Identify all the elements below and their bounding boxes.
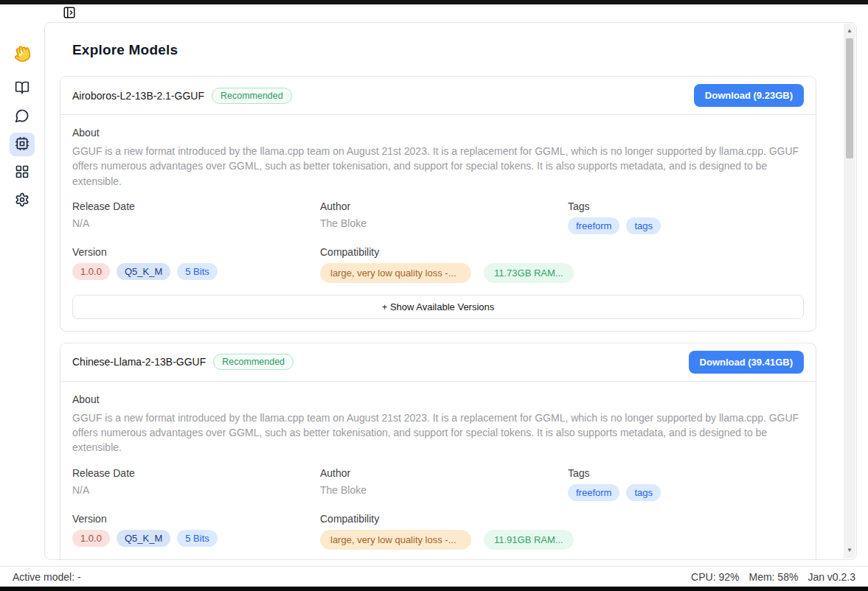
model-card-header: Airoboros-L2-13B-2.1-GGUF Recommended Do…	[60, 77, 816, 115]
quant-pill: Q5_K_M	[117, 263, 170, 280]
author-field: Author The Bloke	[320, 467, 568, 501]
active-model-status: Active model: -	[13, 571, 81, 583]
release-date-value: N/A	[72, 217, 320, 229]
version-row: Version 1.0.0 Q5_K_M 5 Bits Compatibilit…	[72, 246, 804, 283]
app-version: Jan v0.2.3	[808, 571, 855, 583]
about-label: About	[72, 127, 804, 139]
panel-scroll-area: Explore Models Airoboros-L2-13B-2.1-GGUF…	[45, 23, 856, 559]
explore-models-panel: Explore Models Airoboros-L2-13B-2.1-GGUF…	[44, 22, 857, 560]
version-label: Version	[72, 246, 320, 258]
author-field: Author The Bloke	[320, 200, 568, 234]
sidebar-item-settings[interactable]	[10, 189, 35, 212]
release-date-label: Release Date	[72, 467, 320, 479]
compatibility-label: Compatibility	[320, 246, 804, 258]
release-date-field: Release Date N/A	[72, 467, 320, 501]
compatibility-label: Compatibility	[320, 513, 804, 525]
wave-hand-icon	[13, 45, 31, 65]
author-value: The Bloke	[320, 484, 568, 496]
main-area: Explore Models Airoboros-L2-13B-2.1-GGUF…	[44, 4, 868, 566]
about-label: About	[72, 394, 804, 405]
status-bar: Active model: - CPU: 92% Mem: 58% Jan v0…	[0, 566, 868, 587]
topbar	[44, 4, 868, 22]
bits-pill: 5 Bits	[177, 530, 218, 547]
release-date-label: Release Date	[72, 200, 320, 212]
version-pill: 1.0.0	[72, 263, 110, 280]
scrollbar-thumb[interactable]	[846, 38, 853, 158]
author-value: The Bloke	[320, 217, 568, 229]
quality-pill: large, very low quality loss -...	[320, 530, 471, 550]
compatibility-field: Compatibility large, very low quality lo…	[320, 513, 804, 550]
chat-bubble-icon	[15, 108, 29, 125]
model-card: Airoboros-L2-13B-2.1-GGUF Recommended Do…	[60, 76, 816, 332]
bottom-taskbar-strip	[0, 587, 868, 591]
sidebar-item-apps[interactable]	[10, 161, 35, 184]
cpu-usage: CPU: 92%	[691, 571, 739, 583]
author-label: Author	[320, 200, 568, 212]
meta-row: Release Date N/A Author The Bloke Tags f…	[72, 200, 804, 234]
quality-pill: large, very low quality loss -...	[320, 263, 471, 283]
mem-usage: Mem: 58%	[749, 571, 798, 583]
panel-toggle-button[interactable]	[63, 6, 76, 21]
page-title: Explore Models	[72, 42, 816, 58]
release-date-value: N/A	[72, 484, 320, 496]
sidebar-item-chat[interactable]	[10, 105, 35, 128]
gear-icon	[15, 192, 29, 209]
compatibility-field: Compatibility large, very low quality lo…	[320, 246, 804, 283]
tags-label: Tags	[568, 200, 804, 212]
tag-pill: tags	[626, 217, 661, 234]
tags-field: Tags freeform tags	[568, 467, 804, 501]
bits-pill: 5 Bits	[177, 263, 218, 280]
tags-field: Tags freeform tags	[568, 200, 804, 234]
tag-pill: freeform	[568, 484, 619, 501]
model-name: Airoboros-L2-13B-2.1-GGUF	[72, 90, 204, 102]
scrollbar[interactable]: ▲ ▼	[844, 24, 855, 559]
cpu-chip-icon	[15, 136, 29, 153]
model-card-header: Chinese-Llama-2-13B-GGUF Recommended Dow…	[60, 343, 816, 382]
grid-icon	[15, 164, 29, 181]
release-date-field: Release Date N/A	[72, 200, 320, 234]
sidebar-item-explore-models[interactable]	[10, 133, 35, 156]
model-name: Chinese-Llama-2-13B-GGUF	[72, 356, 206, 368]
quant-pill: Q5_K_M	[117, 530, 170, 547]
scroll-down-arrow[interactable]: ▼	[847, 545, 853, 556]
recommended-badge: Recommended	[212, 88, 292, 104]
version-field: Version 1.0.0 Q5_K_M 5 Bits	[72, 513, 320, 550]
panel-left-open-icon	[63, 10, 76, 21]
download-button[interactable]: Download (9.23GB)	[694, 84, 804, 107]
tag-pill: freeform	[568, 217, 619, 234]
author-label: Author	[320, 467, 568, 479]
ram-pill: 11.73GB RAM...	[484, 263, 574, 283]
sidebar-item-welcome[interactable]	[10, 43, 35, 66]
meta-row: Release Date N/A Author The Bloke Tags f…	[72, 467, 804, 501]
book-open-icon	[15, 80, 29, 97]
model-card-body: About GGUF is a new format introduced by…	[60, 382, 816, 559]
version-row: Version 1.0.0 Q5_K_M 5 Bits Compatibilit…	[72, 513, 804, 550]
about-text: GGUF is a new format introduced by the l…	[72, 144, 804, 189]
show-available-versions-button[interactable]: + Show Available Versions	[72, 295, 804, 319]
sidebar-item-docs[interactable]	[10, 77, 35, 100]
version-pill: 1.0.0	[72, 530, 110, 547]
recommended-badge: Recommended	[213, 354, 294, 370]
scroll-up-arrow[interactable]: ▲	[847, 26, 853, 36]
model-card: Chinese-Llama-2-13B-GGUF Recommended Dow…	[60, 343, 816, 559]
model-card-body: About GGUF is a new format introduced by…	[60, 115, 816, 331]
tags-label: Tags	[568, 467, 804, 479]
version-field: Version 1.0.0 Q5_K_M 5 Bits	[72, 246, 320, 283]
ram-pill: 11.91GB RAM...	[484, 530, 574, 550]
sidebar	[0, 4, 44, 566]
app-window: Explore Models Airoboros-L2-13B-2.1-GGUF…	[0, 4, 868, 566]
tag-pill: tags	[626, 484, 661, 501]
about-text: GGUF is a new format introduced by the l…	[72, 410, 804, 455]
download-button[interactable]: Download (39.41GB)	[689, 351, 804, 374]
version-label: Version	[72, 513, 320, 525]
